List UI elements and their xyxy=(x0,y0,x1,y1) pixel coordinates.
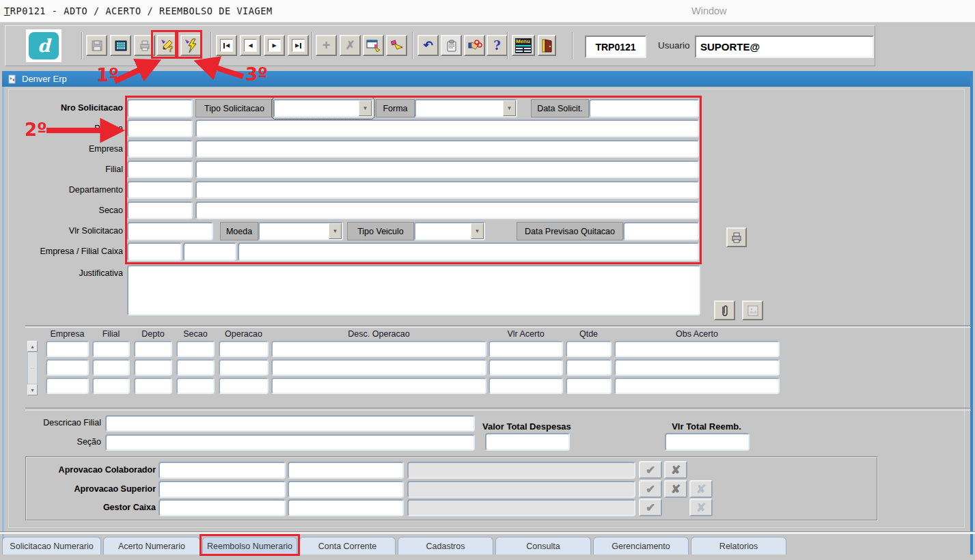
grid-cell-secao-r3[interactable] xyxy=(176,378,215,394)
last-record-button[interactable]: ▶ xyxy=(288,35,309,56)
tipo-veiculo-select[interactable]: ▼ xyxy=(414,222,485,240)
secao-total-input[interactable] xyxy=(105,434,475,451)
grid-cell-desc-operacao-r3[interactable] xyxy=(271,378,486,394)
grid-cell-vlr-acerto-r1[interactable] xyxy=(489,341,563,357)
usuario-field[interactable]: SUPORTE@ xyxy=(695,36,874,58)
grid-cell-operacao-r1[interactable] xyxy=(219,341,269,357)
grid-cell-secao-r1[interactable] xyxy=(176,341,215,357)
aprovacao-colaborador-date-input[interactable] xyxy=(288,462,404,479)
grid-cell-filial-r3[interactable] xyxy=(92,378,130,394)
grid-cell-qtde-r1[interactable] xyxy=(566,341,612,357)
descricao-filial-input[interactable] xyxy=(105,415,475,432)
insert-record-button[interactable]: + xyxy=(316,35,337,56)
grid-cell-depto-r3[interactable] xyxy=(134,378,172,394)
enter-query-button[interactable]: ? xyxy=(156,35,178,56)
gestor-caixa-date-input[interactable] xyxy=(288,499,404,516)
grid-cell-vlr-acerto-r2[interactable] xyxy=(489,359,563,376)
vlr-solicitacao-input[interactable] xyxy=(127,222,213,240)
valor-total-despesas-input[interactable] xyxy=(485,433,570,451)
aprovacao-superior-approve-button[interactable]: ✔ xyxy=(639,480,662,498)
grid-cell-empresa-r2[interactable] xyxy=(46,359,89,376)
grid-cell-empresa-r3[interactable] xyxy=(46,378,89,394)
grid-cell-empresa-r1[interactable] xyxy=(46,341,89,357)
edit-field-button[interactable] xyxy=(386,35,407,56)
chevron-down-icon[interactable]: ▼ xyxy=(503,100,516,116)
tipo-solicitacao-select[interactable]: ▼ xyxy=(273,99,373,117)
nro-solicitacao-input[interactable] xyxy=(127,99,193,117)
grid-cell-operacao-r3[interactable] xyxy=(219,378,269,394)
image-button[interactable] xyxy=(742,300,763,320)
edit-window-button[interactable] xyxy=(363,35,384,56)
departamento-code-input[interactable] xyxy=(127,181,193,199)
pessoa-code-input[interactable] xyxy=(127,120,193,137)
grid-cell-filial-r2[interactable] xyxy=(92,359,130,376)
grid-cell-obs-acerto-r2[interactable] xyxy=(614,359,780,376)
save-button[interactable] xyxy=(86,35,107,56)
menu-button[interactable]: Menu xyxy=(512,35,535,56)
first-record-button[interactable]: ◀ xyxy=(216,35,237,56)
grid-cell-depto-r1[interactable] xyxy=(134,341,172,357)
empresa-code-input[interactable] xyxy=(127,140,193,158)
grid-cell-desc-operacao-r1[interactable] xyxy=(271,341,486,357)
mdi-title-bar[interactable]: Denver Erp xyxy=(2,71,973,87)
secao-code-input[interactable] xyxy=(127,201,193,219)
gestor-caixa-cancel-button[interactable]: ✘ xyxy=(689,499,713,516)
chevron-down-icon[interactable]: ▼ xyxy=(359,100,372,116)
display-button[interactable] xyxy=(110,35,131,56)
data-previsao-quitacao-input[interactable] xyxy=(623,222,699,240)
grid-cell-obs-acerto-r3[interactable] xyxy=(614,378,780,394)
filial-code-input[interactable] xyxy=(127,160,193,178)
menu-window[interactable]: Window xyxy=(691,5,727,16)
grid-cell-filial-r1[interactable] xyxy=(92,341,130,357)
data-solicit-input[interactable] xyxy=(589,99,699,117)
lock-record-button[interactable] xyxy=(464,35,485,56)
tab-cadastros[interactable]: Cadastros xyxy=(398,537,493,555)
chevron-down-icon[interactable]: ▼ xyxy=(471,223,484,239)
print-request-button[interactable] xyxy=(726,227,747,247)
tab-solicitacao-numerario[interactable]: Solicitacao Numerario xyxy=(2,537,101,555)
tab-relatorios[interactable]: Relatorios xyxy=(691,537,786,555)
chevron-down-icon[interactable]: ▼ xyxy=(329,223,342,239)
filial-desc-input[interactable] xyxy=(195,160,699,178)
aprovacao-superior-reject-button[interactable]: ✘ xyxy=(664,480,687,498)
attachment-button[interactable] xyxy=(714,300,735,320)
delete-record-button[interactable]: ✗ xyxy=(340,35,361,56)
clipboard-button[interactable] xyxy=(441,35,462,56)
aprovacao-superior-user-input[interactable] xyxy=(159,481,286,498)
tab-consulta[interactable]: Consulta xyxy=(495,537,591,555)
pessoa-desc-input[interactable] xyxy=(195,120,699,137)
vlr-total-reemb-input[interactable] xyxy=(665,433,750,451)
grid-cell-vlr-acerto-r3[interactable] xyxy=(489,378,563,394)
gestor-caixa-approve-button[interactable]: ✔ xyxy=(639,499,662,516)
secao-desc-input[interactable] xyxy=(195,201,699,219)
tab-reembolso-numerario[interactable]: Reembolso Numerario xyxy=(202,537,297,555)
next-record-button[interactable]: ▶ xyxy=(264,35,285,56)
execute-query-button[interactable] xyxy=(180,35,202,56)
departamento-desc-input[interactable] xyxy=(195,181,699,199)
caixa-desc-input[interactable] xyxy=(238,242,699,261)
justificativa-textarea[interactable] xyxy=(127,265,700,316)
grid-cell-operacao-r2[interactable] xyxy=(219,359,269,376)
grid-scrollbar[interactable]: ∙∙ xyxy=(27,352,38,384)
exit-button[interactable] xyxy=(538,35,556,56)
filial-caixa-input[interactable] xyxy=(183,242,236,261)
forma-select[interactable]: ▼ xyxy=(415,99,517,117)
grid-scroll-up-button[interactable]: ▲ xyxy=(27,341,38,352)
print-button[interactable] xyxy=(134,35,155,56)
help-button[interactable]: ? xyxy=(486,35,508,56)
aprovacao-colaborador-reject-button[interactable]: ✘ xyxy=(664,461,687,479)
empresa-caixa-input[interactable] xyxy=(127,242,182,261)
grid-scroll-down-button[interactable]: ▼ xyxy=(27,384,38,395)
grid-cell-secao-r2[interactable] xyxy=(176,359,215,376)
aprovacao-superior-date-input[interactable] xyxy=(288,481,404,498)
tab-gerenciamento[interactable]: Gerenciamento xyxy=(593,537,689,555)
grid-cell-obs-acerto-r1[interactable] xyxy=(614,341,780,357)
undo-button[interactable]: ↶ xyxy=(417,35,439,56)
aprovacao-colaborador-user-input[interactable] xyxy=(159,462,286,479)
tab-conta-corrente[interactable]: Conta Corrente xyxy=(299,537,396,555)
aprovacao-colaborador-approve-button[interactable]: ✔ xyxy=(639,461,662,479)
previous-record-button[interactable]: ◀ xyxy=(240,35,261,56)
grid-cell-qtde-r2[interactable] xyxy=(566,359,612,376)
gestor-caixa-user-input[interactable] xyxy=(159,499,286,516)
tab-acerto-numerario[interactable]: Acerto Numerario xyxy=(103,537,200,555)
